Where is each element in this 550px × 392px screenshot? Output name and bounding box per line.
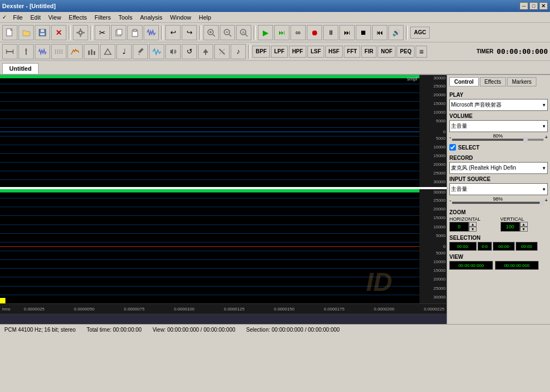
volume-channel-dropdown[interactable]: 主音量 ▼: [449, 120, 548, 132]
waveform-top[interactable]: 30000 25000 20000 15000 10000 5000 0 500…: [0, 75, 447, 189]
skip-fwd-button[interactable]: ⏭: [339, 25, 355, 40]
spectrum-tool[interactable]: [67, 44, 83, 59]
zoom-h-up[interactable]: ▲: [469, 222, 477, 227]
skip-back-button[interactable]: ⏮: [372, 25, 387, 40]
cursor-tool[interactable]: [18, 44, 34, 59]
lsf-button[interactable]: LSF: [307, 46, 324, 58]
minimize-button[interactable]: ─: [520, 2, 528, 10]
menu-analysis[interactable]: Analysis: [137, 13, 165, 22]
progress-bar-area[interactable]: [0, 314, 447, 324]
copy-button[interactable]: [111, 25, 126, 40]
menu-tools[interactable]: Tools: [115, 13, 136, 22]
zoom-v-up[interactable]: ▲: [520, 222, 528, 227]
menu-file[interactable]: File: [10, 13, 26, 22]
loop-button[interactable]: ∞: [291, 25, 306, 40]
zoom-v-down[interactable]: ▼: [520, 227, 528, 232]
open-button[interactable]: [18, 25, 34, 40]
cut-button[interactable]: ✂: [95, 25, 110, 40]
input-slider[interactable]: [452, 202, 543, 204]
zoom-h-input[interactable]: [449, 222, 469, 232]
record-device-text: 麦克风 (Realtek High Defin: [451, 164, 516, 172]
zoom-h-down[interactable]: ▼: [469, 227, 477, 232]
wave-button[interactable]: [144, 25, 159, 40]
envelope-tool[interactable]: [100, 44, 115, 59]
save-button[interactable]: [35, 25, 50, 40]
redo-button[interactable]: ↪: [182, 25, 197, 40]
menu-window[interactable]: Window: [166, 13, 194, 22]
volume-plus[interactable]: +: [545, 134, 548, 140]
fft-button[interactable]: FFT: [344, 46, 360, 58]
sel-input-1[interactable]: [449, 242, 477, 251]
sel-input-4[interactable]: [516, 242, 537, 251]
volume-slider[interactable]: [452, 139, 543, 141]
refresh-tool[interactable]: ↺: [182, 44, 197, 59]
note-tool[interactable]: ♩: [116, 44, 132, 59]
zoom-out-button[interactable]: [220, 25, 235, 40]
sound-tool[interactable]: [165, 44, 181, 59]
title-bar: Dexster - [Untitled] ─ □ ✕: [0, 0, 550, 12]
hpf-button[interactable]: HPF: [289, 46, 306, 58]
play-label: PLAY: [449, 92, 548, 98]
paste-button[interactable]: [127, 25, 143, 40]
trim-tool[interactable]: [214, 44, 230, 59]
zoom-in-button[interactable]: [203, 25, 219, 40]
view-input-1[interactable]: [449, 261, 493, 270]
agc-button[interactable]: AGC: [410, 27, 430, 39]
tab-effects[interactable]: Effects: [480, 77, 506, 86]
restore-button[interactable]: □: [529, 2, 538, 10]
lpf-button[interactable]: LPF: [271, 46, 288, 58]
up-tool[interactable]: [198, 44, 213, 59]
menu-help[interactable]: Help: [196, 13, 215, 22]
new-button[interactable]: [2, 25, 17, 40]
input-plus[interactable]: +: [545, 197, 548, 203]
menu-edit[interactable]: Edit: [27, 13, 44, 22]
tab-untitled[interactable]: Untitled: [2, 63, 39, 74]
music-tool[interactable]: ♪: [231, 44, 246, 59]
input-minus[interactable]: -: [449, 197, 451, 203]
input-value: 98%: [491, 196, 504, 202]
toolbar-main: ✕ ✂ ↩ ↪ A ▶ ⏭ ∞ ⏺ ⏸ ⏭ ⏹ ⏮ 🔊 AGC: [0, 23, 550, 42]
title-controls: ─ □ ✕: [520, 2, 548, 10]
toolbar-secondary: ♩ ↺ ♪ BPF LPF HPF LSF HSF FFT FIR NOF PE…: [0, 42, 550, 61]
select-tool[interactable]: [2, 44, 17, 59]
multi-wave-tool[interactable]: [51, 44, 66, 59]
hsf-button[interactable]: HSF: [325, 46, 343, 58]
sel-input-3[interactable]: [493, 242, 515, 251]
pause-button[interactable]: ⏸: [323, 25, 338, 40]
nof-button[interactable]: NOF: [378, 46, 395, 58]
play-button[interactable]: ▶: [258, 25, 273, 40]
menu-view[interactable]: View: [45, 13, 65, 22]
menu-filters[interactable]: Filters: [91, 13, 114, 22]
select-checkbox[interactable]: [449, 144, 456, 151]
zoom-v-input-row: ▲ ▼: [500, 222, 548, 232]
wave-tool[interactable]: [35, 44, 50, 59]
zoom-v-input[interactable]: [500, 222, 520, 232]
menu-effects[interactable]: Effects: [65, 13, 90, 22]
fir-button[interactable]: FIR: [361, 46, 376, 58]
volume-button[interactable]: 🔊: [388, 25, 404, 40]
zoom-fit-button[interactable]: A: [236, 25, 251, 40]
view-input-2[interactable]: [495, 261, 539, 270]
input-channel-dropdown[interactable]: 主音量 ▼: [449, 183, 548, 195]
settings-button[interactable]: [73, 25, 88, 40]
waveform-bottom[interactable]: 30000 25000 20000 15000 10000 5000 0 500…: [0, 189, 447, 303]
bar-tool[interactable]: [84, 44, 99, 59]
close-file-button[interactable]: ✕: [51, 25, 66, 40]
graph-button[interactable]: ≡: [416, 46, 427, 58]
wave2-tool[interactable]: [149, 44, 164, 59]
tab-control[interactable]: Control: [449, 77, 479, 86]
peq-button[interactable]: PEQ: [397, 46, 415, 58]
play-end-button[interactable]: ⏭: [274, 25, 289, 40]
view-area: View: 00:00:00:000 / 00:00:00:000: [152, 327, 235, 333]
bpf-button[interactable]: BPF: [252, 46, 270, 58]
stop-button[interactable]: ⏹: [356, 25, 371, 40]
volume-minus[interactable]: -: [449, 134, 451, 140]
undo-button[interactable]: ↩: [165, 25, 181, 40]
record-device-dropdown[interactable]: 麦克风 (Realtek High Defin ▼: [449, 162, 548, 174]
close-button[interactable]: ✕: [539, 2, 548, 10]
pencil-tool[interactable]: [133, 44, 148, 59]
tab-markers[interactable]: Markers: [507, 77, 536, 86]
record-button[interactable]: ⏺: [307, 25, 322, 40]
play-device-dropdown[interactable]: Microsoft 声音映射器 ▼: [449, 99, 548, 111]
sel-input-2[interactable]: [478, 242, 492, 251]
